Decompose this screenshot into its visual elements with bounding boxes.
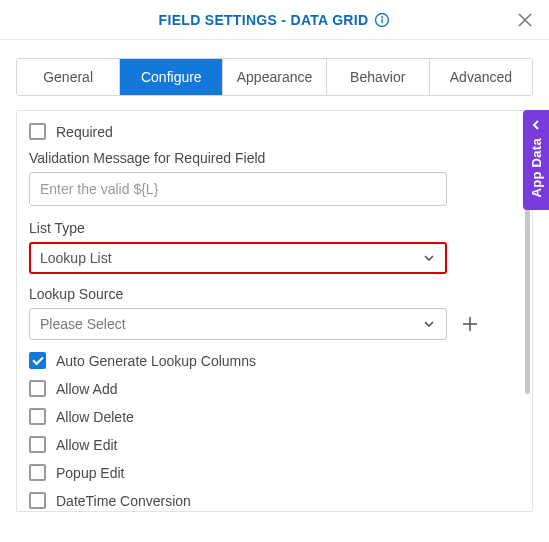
- required-row: Required: [29, 123, 520, 140]
- required-label: Required: [56, 124, 113, 140]
- info-icon[interactable]: [374, 12, 390, 28]
- option-checkbox-allow-delete[interactable]: [29, 408, 46, 425]
- tab-appearance[interactable]: Appearance: [223, 59, 326, 95]
- option-row: Popup Edit: [29, 464, 520, 481]
- option-row: DateTime Conversion: [29, 492, 520, 509]
- chevron-left-icon: [530, 118, 542, 134]
- chevron-down-icon: [422, 251, 436, 265]
- option-checkbox-datetime-conversion[interactable]: [29, 492, 46, 509]
- form-body: Required Validation Message for Required…: [0, 96, 549, 512]
- svg-point-1: [381, 16, 383, 18]
- add-lookup-button[interactable]: [457, 311, 483, 337]
- option-checkbox-popup-edit[interactable]: [29, 464, 46, 481]
- required-checkbox[interactable]: [29, 123, 46, 140]
- lookup-source-row: Please Select: [29, 308, 520, 340]
- tabs-container: General Configure Appearance Behavior Ad…: [0, 40, 549, 96]
- option-checkbox-allow-edit[interactable]: [29, 436, 46, 453]
- option-row: Allow Add: [29, 380, 520, 397]
- list-type-label: List Type: [29, 220, 520, 236]
- lookup-source-select[interactable]: Please Select: [29, 308, 447, 340]
- lookup-source-value: Please Select: [40, 316, 126, 332]
- option-row: Auto Generate Lookup Columns: [29, 352, 520, 369]
- tab-configure[interactable]: Configure: [120, 59, 223, 95]
- validation-message-label: Validation Message for Required Field: [29, 150, 520, 166]
- list-type-select[interactable]: Lookup List: [29, 242, 447, 274]
- option-label: Allow Add: [56, 381, 117, 397]
- option-row: Allow Edit: [29, 436, 520, 453]
- validation-message-input[interactable]: [29, 172, 447, 206]
- option-checkbox-allow-add[interactable]: [29, 380, 46, 397]
- close-button[interactable]: [513, 8, 537, 32]
- form-scroll-area: Required Validation Message for Required…: [16, 110, 533, 512]
- tab-general[interactable]: General: [17, 59, 120, 95]
- svg-rect-2: [382, 18, 383, 23]
- option-label: Allow Delete: [56, 409, 134, 425]
- app-data-label: App Data: [529, 138, 544, 197]
- option-label: DateTime Conversion: [56, 493, 191, 509]
- dialog-header: FIELD SETTINGS - DATA GRID: [0, 0, 549, 40]
- list-type-value: Lookup List: [40, 250, 112, 266]
- tab-advanced[interactable]: Advanced: [430, 59, 532, 95]
- tab-behavior[interactable]: Behavior: [327, 59, 430, 95]
- dialog-title: FIELD SETTINGS - DATA GRID: [159, 12, 369, 28]
- lookup-source-label: Lookup Source: [29, 286, 520, 302]
- tabs: General Configure Appearance Behavior Ad…: [16, 58, 533, 96]
- app-data-panel-toggle[interactable]: App Data: [523, 110, 549, 210]
- option-label: Allow Edit: [56, 437, 117, 453]
- option-label: Popup Edit: [56, 465, 125, 481]
- dialog-title-wrap: FIELD SETTINGS - DATA GRID: [159, 12, 391, 28]
- option-checkbox-auto-generate[interactable]: [29, 352, 46, 369]
- options-list: Auto Generate Lookup Columns Allow Add A…: [29, 352, 520, 509]
- option-row: Allow Delete: [29, 408, 520, 425]
- chevron-down-icon: [422, 317, 436, 331]
- option-label: Auto Generate Lookup Columns: [56, 353, 256, 369]
